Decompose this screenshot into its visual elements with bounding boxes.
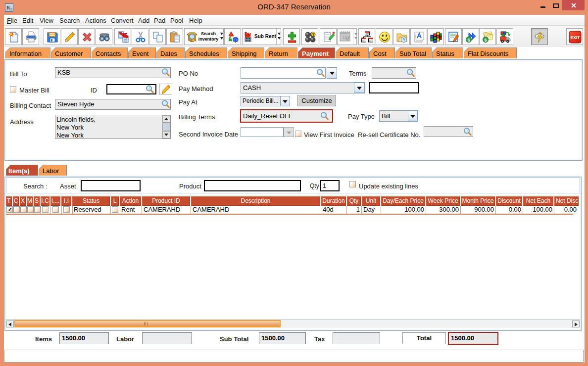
svg-text:?: ?	[312, 32, 315, 37]
svg-text:$: $	[467, 38, 470, 43]
svg-text:EXIT: EXIT	[571, 35, 581, 40]
svg-text:$: $	[484, 38, 487, 43]
